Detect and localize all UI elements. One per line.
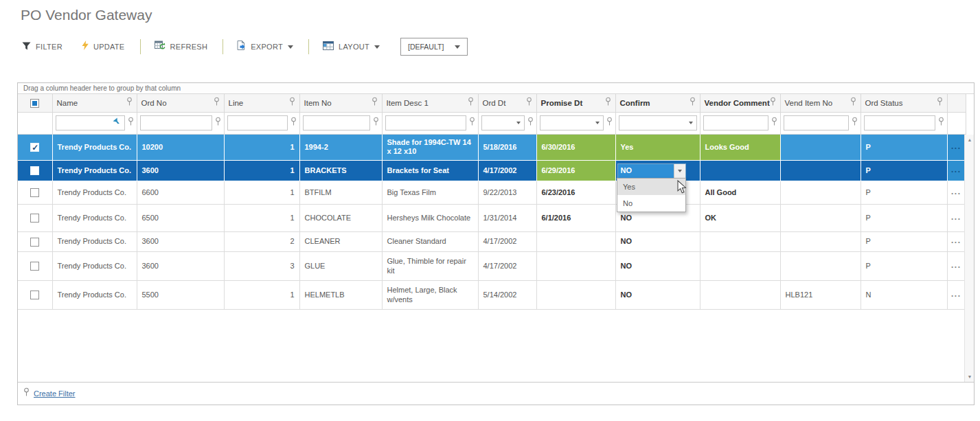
column-header-name[interactable]: Name xyxy=(52,94,137,112)
row-actions-button[interactable]: ••• xyxy=(951,239,961,245)
cell-ord_status[interactable]: N xyxy=(861,281,947,310)
cell-item_desc[interactable]: Hersheys Milk Chocolate xyxy=(382,205,478,232)
column-header-vend_item_no[interactable]: Vend Item No xyxy=(780,94,861,112)
confirm-editor-dropdown-button[interactable] xyxy=(674,164,685,178)
cell-confirm[interactable]: NO xyxy=(615,281,700,310)
cell-item_no[interactable]: CHOCOLATE xyxy=(299,205,382,232)
cell-item_desc[interactable]: Cleaner Standard xyxy=(382,232,478,252)
filter-pin-icon[interactable] xyxy=(289,97,295,109)
cell-promise_dt[interactable] xyxy=(536,232,615,252)
cell-vendor_comment[interactable]: All Good xyxy=(700,181,780,205)
row-checkbox[interactable] xyxy=(30,188,39,197)
cell-name[interactable]: Trendy Products Co. xyxy=(52,252,137,281)
cell-ord_dt[interactable]: 1/31/2014 xyxy=(478,205,536,232)
cell-ord_dt[interactable]: 5/14/2002 xyxy=(478,281,536,310)
cell-vendor_comment[interactable] xyxy=(700,232,780,252)
cell-ord_dt[interactable]: 4/17/2002 xyxy=(478,232,536,252)
cell-ord_no[interactable]: 3600 xyxy=(137,232,224,252)
row-checkbox[interactable] xyxy=(30,214,39,223)
column-header-vendor_comment[interactable]: Vendor Comment xyxy=(700,94,780,112)
cell-vend_item_no[interactable] xyxy=(780,135,861,161)
cell-line[interactable]: 2 xyxy=(224,232,299,252)
cell-ord_no[interactable]: 10200 xyxy=(137,135,224,161)
edit-filter-icon[interactable] xyxy=(112,117,122,129)
cell-item_desc[interactable]: Glue, Thimble for repair kit xyxy=(382,252,478,281)
filter-pin-icon[interactable] xyxy=(468,97,474,109)
dropdown-option-yes[interactable]: Yes xyxy=(617,179,685,195)
column-header-line[interactable]: Line xyxy=(224,94,299,112)
row-checkbox[interactable] xyxy=(30,166,39,175)
column-header-item_desc[interactable]: Item Desc 1 xyxy=(382,94,478,112)
cell-ord_dt[interactable]: 9/22/2013 xyxy=(478,181,536,205)
cell-name[interactable]: Trendy Products Co. xyxy=(52,281,137,310)
row-actions-button[interactable]: ••• xyxy=(951,145,961,151)
filter-input-name[interactable] xyxy=(56,115,125,130)
cell-ord_no[interactable]: 6500 xyxy=(137,205,224,232)
filter-input-vendor_comment[interactable] xyxy=(703,115,768,130)
filter-pin-icon[interactable] xyxy=(850,97,856,109)
filter-pin-icon[interactable] xyxy=(214,97,220,109)
confirm-editor-combobox[interactable]: NO xyxy=(617,163,686,179)
cell-item_no[interactable]: CLEANER xyxy=(299,232,382,252)
column-header-ord_no[interactable]: Ord No xyxy=(137,94,224,112)
cell-vendor_comment[interactable] xyxy=(700,252,780,281)
cell-vend_item_no[interactable] xyxy=(780,252,861,281)
row-checkbox[interactable] xyxy=(30,291,39,299)
filter-pin-icon[interactable] xyxy=(852,117,858,129)
cell-ord_no[interactable]: 6600 xyxy=(137,181,224,205)
cell-name[interactable]: Trendy Products Co. xyxy=(52,232,137,252)
cell-name[interactable]: Trendy Products Co. xyxy=(52,205,137,232)
filter-pin-icon[interactable] xyxy=(606,117,613,129)
cell-item_no[interactable]: HELMETLB xyxy=(299,281,382,310)
cell-ord_no[interactable]: 5500 xyxy=(137,281,224,310)
cell-promise_dt[interactable] xyxy=(536,252,615,281)
column-header-ord_status[interactable]: Ord Status xyxy=(861,94,947,112)
row-actions-button[interactable]: ••• xyxy=(951,190,961,196)
filter-pin-icon[interactable] xyxy=(937,97,943,109)
cell-name[interactable]: Trendy Products Co. xyxy=(52,161,137,181)
cell-item_desc[interactable]: Big Texas Film xyxy=(382,181,478,205)
scroll-down-icon[interactable]: ▼ xyxy=(965,374,975,379)
row-checkbox[interactable] xyxy=(30,262,39,271)
chevron-down-icon[interactable] xyxy=(689,122,693,124)
filter-pin-icon[interactable] xyxy=(605,97,611,109)
create-filter-link[interactable]: Create Filter xyxy=(34,389,76,398)
filter-pin-icon[interactable] xyxy=(770,97,776,109)
cell-item_desc[interactable]: Brackets for Seat xyxy=(382,161,478,181)
cell-vendor_comment[interactable] xyxy=(700,281,780,310)
scroll-up-icon[interactable]: ▲ xyxy=(965,137,975,142)
cell-vend_item_no[interactable]: HLB121 xyxy=(780,281,861,310)
filter-input-ord_dt[interactable] xyxy=(481,115,525,130)
cell-line[interactable]: 1 xyxy=(224,205,299,232)
refresh-button[interactable]: REFRESH xyxy=(155,41,208,53)
chevron-down-icon[interactable] xyxy=(516,122,521,124)
cell-ord_no[interactable]: 3600 xyxy=(137,161,224,181)
cell-line[interactable]: 3 xyxy=(224,252,299,281)
cell-vendor_comment[interactable]: Looks Good xyxy=(700,135,780,161)
chevron-down-icon[interactable] xyxy=(595,122,600,124)
update-button[interactable]: UPDATE xyxy=(82,41,125,53)
filter-button[interactable]: FILTER xyxy=(22,41,62,53)
cell-item_no[interactable]: 1994-2 xyxy=(299,135,382,161)
cell-promise_dt[interactable]: 6/23/2016 xyxy=(536,181,615,205)
cell-item_desc[interactable]: Shade for 1994C-TW 14 x 12 x10 xyxy=(382,135,478,161)
group-by-panel[interactable]: Drag a column header here to group by th… xyxy=(18,83,974,94)
column-header-confirm[interactable]: Confirm xyxy=(615,94,700,112)
row-checkbox[interactable] xyxy=(30,143,39,152)
cell-vendor_comment[interactable] xyxy=(700,161,780,181)
row-actions-button[interactable]: ••• xyxy=(951,168,961,174)
filter-pin-icon[interactable] xyxy=(938,117,944,129)
cell-item_desc[interactable]: Helmet, Large, Black w/vents xyxy=(382,281,478,310)
cell-item_no[interactable]: BRACKETS xyxy=(299,161,382,181)
cell-confirm[interactable]: NO xyxy=(615,232,700,252)
filter-input-promise_dt[interactable] xyxy=(540,115,604,130)
row-actions-button[interactable]: ••• xyxy=(951,293,961,299)
filter-input-item_desc[interactable] xyxy=(385,115,466,130)
cell-item_no[interactable]: BTFILM xyxy=(299,181,382,205)
layout-preset-select[interactable]: [DEFAULT] xyxy=(400,38,468,56)
cell-vend_item_no[interactable] xyxy=(780,181,861,205)
filter-input-item_no[interactable] xyxy=(303,115,370,130)
cell-confirm[interactable]: NO xyxy=(615,252,700,281)
filter-pin-icon[interactable] xyxy=(771,117,777,129)
layout-button[interactable]: LAYOUT xyxy=(323,41,380,53)
